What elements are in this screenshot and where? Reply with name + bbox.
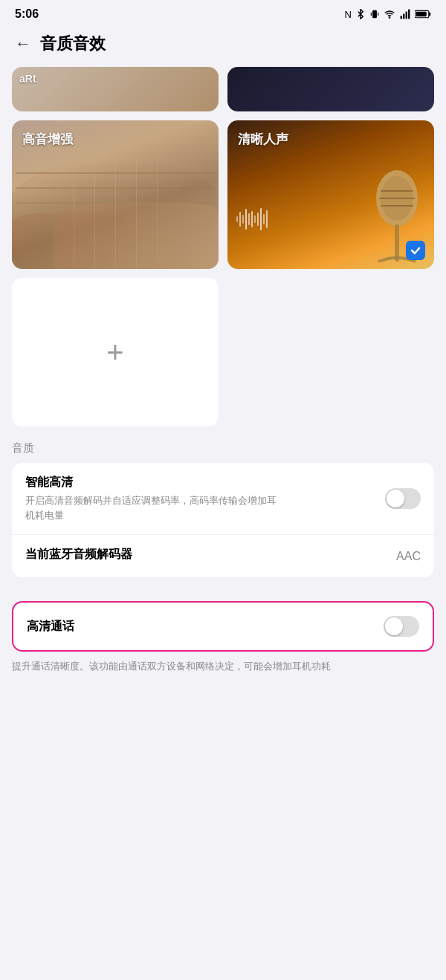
svg-rect-9	[429, 13, 430, 16]
hd-call-row: 高清通话	[13, 603, 433, 650]
add-icon: +	[106, 336, 123, 369]
status-bar: 5:06 N	[0, 0, 446, 25]
svg-rect-10	[416, 12, 427, 16]
settings-row-smart-hd: 智能高清 开启高清音频解码并自适应调整码率，高码率传输会增加耳机耗电量	[12, 463, 434, 535]
hd-call-title: 高清通话	[27, 619, 74, 635]
footer-description: 提升通话清晰度。该功能由通话双方设备和网络决定，可能会增加耳机功耗	[0, 652, 446, 689]
svg-rect-5	[403, 13, 404, 19]
svg-rect-7	[408, 10, 410, 19]
effect-card-clear-voice[interactable]: 清晰人声	[227, 120, 434, 269]
settings-row-codec-left: 当前蓝牙音频解码器	[25, 547, 396, 565]
status-time: 5:06	[15, 7, 39, 21]
cards-area: aRt 高音增强	[0, 67, 446, 426]
effect-card-treble-boost[interactable]: 高音增强	[12, 120, 219, 269]
svg-rect-2	[378, 13, 378, 16]
partial-card-right[interactable]	[227, 67, 434, 111]
card-label-voice: 清晰人声	[238, 131, 288, 148]
svg-rect-4	[401, 16, 402, 19]
section-label-audio: 音质	[0, 441, 446, 463]
gap	[0, 589, 446, 601]
codec-title: 当前蓝牙音频解码器	[25, 547, 396, 562]
codec-value: AAC	[396, 550, 421, 563]
smart-hd-toggle-knob	[387, 490, 404, 507]
settings-row-smart-hd-left: 智能高清 开启高清音频解码并自适应调整码率，高码率传输会增加耳机耗电量	[25, 475, 385, 522]
bluetooth-icon	[355, 9, 366, 19]
svg-point-3	[389, 17, 390, 18]
settings-card-audio: 智能高清 开启高清音频解码并自适应调整码率，高码率传输会增加耳机耗电量 当前蓝牙…	[12, 463, 434, 577]
settings-row-bluetooth-codec[interactable]: 当前蓝牙音频解码器 AAC	[12, 535, 434, 577]
smart-hd-desc: 开启高清音频解码并自适应调整码率，高码率传输会增加耳机耗电量	[25, 493, 278, 522]
add-card-button[interactable]: +	[12, 278, 219, 426]
smart-hd-toggle[interactable]	[385, 488, 421, 509]
svg-rect-1	[371, 13, 372, 16]
wifi-icon	[384, 9, 395, 19]
status-icons: N	[345, 9, 431, 20]
battery-icon	[415, 10, 431, 19]
page-title: 音质音效	[40, 33, 106, 55]
card-check-voice	[406, 241, 425, 260]
signal-icon	[399, 9, 411, 19]
highlighted-card-hd-call: 高清通话	[12, 601, 434, 652]
nfc-icon: N	[345, 9, 352, 20]
svg-rect-16	[395, 224, 399, 262]
vibrate-icon	[369, 9, 380, 19]
top-partial-cards: aRt	[12, 67, 434, 111]
add-card-spacer	[227, 278, 434, 426]
smart-hd-title: 智能高清	[25, 475, 385, 490]
add-card-row: +	[12, 278, 434, 426]
header: ← 音质音效	[0, 25, 446, 67]
partial-card-left[interactable]: aRt	[12, 67, 219, 111]
svg-rect-6	[406, 12, 407, 19]
hd-call-toggle-knob	[385, 617, 403, 635]
back-button[interactable]: ←	[15, 34, 31, 53]
effect-cards-row: 高音增强 清晰	[12, 120, 434, 269]
svg-rect-0	[372, 10, 377, 19]
hd-call-toggle[interactable]	[384, 616, 419, 637]
card-label-treble: 高音增强	[22, 131, 73, 148]
